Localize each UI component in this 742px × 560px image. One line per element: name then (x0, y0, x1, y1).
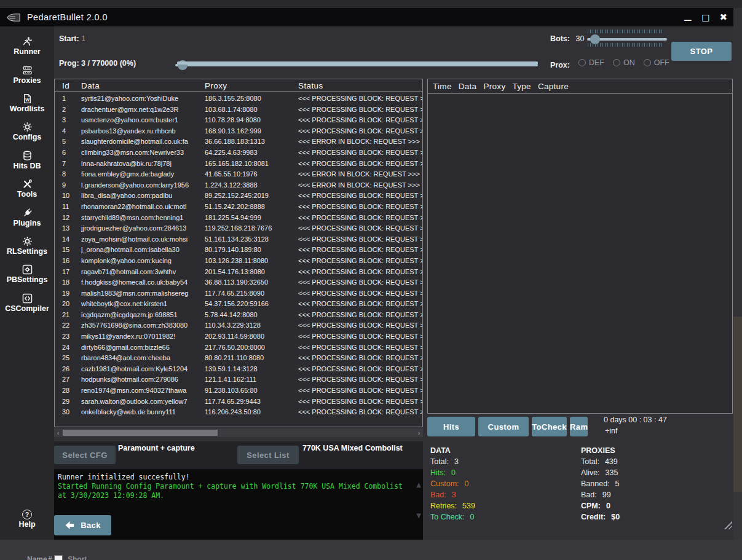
table-row[interactable]: 16 komplonk@yahoo.com:kucing 103.126.238… (55, 256, 422, 267)
cell-proxy: 1.224.3.122:3888 (205, 180, 298, 191)
cell-proxy: 41.65.55.10:1976 (205, 169, 298, 180)
table-row[interactable]: 2 drachentuer@gmx.net:q1w2e3R 103.68.1.7… (55, 105, 422, 116)
database-icon (22, 151, 33, 161)
cell-data: hodpunks@hotmail.com:279086 (81, 374, 205, 385)
sidebar-item-pbsettings[interactable]: PBSettings (0, 259, 54, 288)
table-row[interactable]: 6 climbing33@msn.com:Newriver33 64.225.4… (55, 148, 422, 159)
cell-proxy: 103.126.238.11:8080 (205, 256, 298, 267)
results-tab[interactable]: Custom (478, 417, 529, 436)
cell-id: 10 (62, 191, 81, 202)
sidebar-item-cscompiler[interactable]: CSCompiler (0, 288, 54, 317)
window-title: PedaretBullet 2.0.0 (27, 12, 108, 22)
cell-proxy: 121.1.41.162:111 (205, 374, 298, 385)
results-tab[interactable]: Ram (570, 417, 588, 436)
sidebar-item-proxies[interactable]: Proxies (0, 60, 54, 88)
hits-panel: Time Data Proxy Type Capture (427, 79, 733, 414)
select-cfg-button[interactable]: Select CFG (54, 446, 116, 464)
sidebar-item-runner[interactable]: Runner (0, 31, 54, 60)
scroll-right-icon[interactable]: › (415, 428, 423, 437)
results-tab[interactable]: Hits (427, 417, 475, 436)
column-proxy: Proxy (205, 81, 298, 90)
sidebar-item-hitsdb[interactable]: Hits DB (0, 146, 54, 174)
scroll-up-icon[interactable]: ▲ (416, 480, 421, 489)
cell-proxy: 117.74.65.29:9443 (205, 396, 298, 408)
table-row[interactable]: 1 syrtis21@yahoo.com:YoshiDuke 186.3.155… (55, 93, 422, 105)
back-button[interactable]: Back (54, 515, 111, 535)
bots-slider-ticks-top (588, 30, 664, 33)
titlebar[interactable]: PedaretBullet 2.0.0 — □ ✖ (0, 8, 733, 26)
cell-status: <<< PROCESSING BLOCK: REQUEST >>> (298, 126, 422, 137)
table-row[interactable]: 8 fiona.embley@gmx.de:baglady 41.65.55.1… (55, 169, 422, 180)
scrollbar-thumb[interactable] (63, 430, 218, 436)
stat-value: 439 (605, 457, 618, 466)
hits-column-label: Proxy (483, 82, 505, 91)
table-row[interactable]: 28 reno1974@msn.com:940327thawa 91.238.1… (55, 385, 422, 396)
cell-id: 1 (62, 93, 81, 105)
desktop-right-sliver-bottom (733, 492, 742, 540)
table-row[interactable]: 21 icgdqazm@icgdqazm.jp:698851 5.78.44.1… (55, 310, 422, 321)
table-row[interactable]: 14 zoya_mohsin@hotmail.co.uk:mohsi 51.16… (55, 234, 422, 245)
bots-value[interactable]: 30 (575, 34, 584, 43)
scroll-down-icon[interactable]: ▼ (416, 511, 421, 520)
sidebar-item-tools[interactable]: Tools (0, 174, 54, 202)
table-row[interactable]: 25 rbaron4834@aol.com:cheeba 80.80.211.1… (55, 353, 422, 364)
table-row[interactable]: 26 cazb1981@hotmail.com:Kyle51204 139.59… (55, 364, 422, 375)
close-button[interactable]: ✖ (719, 14, 727, 22)
select-list-button[interactable]: Select List (237, 446, 299, 464)
cell-data: usmctenzo@yahoo.com:buster1 (81, 115, 205, 126)
cell-status: <<< PROCESSING BLOCK: REQUEST >>> (298, 105, 422, 116)
table-row[interactable]: 30 onkelblacky@web.de:bunny111 116.206.2… (55, 407, 422, 418)
table-row[interactable]: 17 ragavb71@hotmail.com:3whthv 201.54.17… (55, 267, 422, 278)
minimize-button[interactable]: — (684, 16, 692, 24)
horizontal-scrollbar[interactable]: ‹ › (54, 428, 423, 437)
table-row[interactable]: 29 sarah.walton@outlook.com:yellow7 117.… (55, 396, 422, 408)
cell-id: 25 (62, 353, 81, 364)
runner-icon (22, 36, 33, 47)
proxy-mode-option[interactable]: DEF (578, 58, 604, 67)
cell-proxy: 64.225.4.63:9983 (205, 148, 298, 159)
resize-grip[interactable] (723, 520, 732, 529)
stat-value: 3 (452, 491, 456, 499)
table-row[interactable]: 11 rhonamoran22@hotmail.co.uk:motl 51.15… (55, 202, 422, 213)
stat-value: 5 (615, 479, 620, 488)
table-row[interactable]: 12 starrychild89@msn.com:henning1 181.22… (55, 213, 422, 224)
table-row[interactable]: 10 libra_disa@yahoo.com:padibu 89.252.15… (55, 191, 422, 202)
cell-status: <<< PROCESSING BLOCK: REQUEST >>> (298, 213, 422, 224)
sidebar-item-plugins[interactable]: Plugins (0, 202, 54, 231)
table-row[interactable]: 13 jjrodriguezher@yahoo.com:284613 119.2… (55, 223, 422, 234)
background-text-fragment: Name (27, 555, 47, 560)
cell-data: starrychild89@msn.com:henning1 (81, 213, 205, 224)
table-row[interactable]: 4 psbarbos13@yandex.ru:rhbcnb 168.90.13.… (55, 126, 422, 137)
sidebar-item-help[interactable]: ? Help (0, 510, 54, 529)
proxy-mode-option[interactable]: ON (613, 58, 635, 67)
cell-status: <<< PROCESSING BLOCK: REQUEST >>> (298, 234, 422, 245)
cell-id: 21 (62, 310, 81, 321)
proxy-mode-label: Prox: (550, 61, 570, 69)
table-row[interactable]: 19 malish1983@msn.com:malishsereg 117.74… (55, 288, 422, 299)
table-row[interactable]: 7 inna-nakhratova@bk.ru:78j78j 165.165.1… (55, 159, 422, 170)
background-checkbox[interactable] (54, 555, 63, 560)
table-row[interactable]: 22 zh357761698@sina.com:zh383080 110.34.… (55, 320, 422, 331)
maximize-button[interactable]: □ (701, 14, 709, 22)
stat-label: Total: (430, 457, 449, 466)
table-row[interactable]: 15 j_orona@hotmail.com:isabella30 80.179… (55, 245, 422, 256)
table-row[interactable]: 24 dirtyb66@gmail.com:bizzle66 217.76.50… (55, 342, 422, 353)
sidebar-item-wordlists[interactable]: W Wordlists (0, 89, 54, 117)
stop-button[interactable]: STOP (671, 42, 732, 61)
scroll-left-icon[interactable]: ‹ (54, 428, 62, 437)
results-tab[interactable]: ToCheck (532, 417, 567, 436)
table-row[interactable]: 3 usmctenzo@yahoo.com:buster1 110.78.28.… (55, 115, 422, 126)
cell-data: jjrodriguezher@yahoo.com:284613 (81, 223, 205, 234)
table-row[interactable]: 5 slaughterdomicile@hotmail.co.uk:fa 36.… (55, 136, 422, 148)
table-row[interactable]: 9 l.granderson@yahoo.com:larry1956 1.224… (55, 180, 422, 191)
table-row[interactable]: 18 f.hodgkiss@homecall.co.uk:baby54 36.8… (55, 277, 422, 288)
table-row[interactable]: 27 hodpunks@hotmail.com:279086 121.1.41.… (55, 374, 422, 385)
sidebar-item-configs[interactable]: Configs (0, 117, 54, 145)
sidebar-item-rlsettings[interactable]: RLSettings (0, 231, 54, 259)
proxy-mode-option[interactable]: OFF (644, 58, 669, 67)
table-row[interactable]: 20 whiteboytk@cox.net:kirsten1 54.37.156… (55, 299, 422, 310)
cell-id: 27 (62, 374, 81, 385)
table-row[interactable]: 23 mikys11@yandex.ru:07011982! 202.93.11… (55, 331, 422, 342)
start-value[interactable]: 1 (81, 34, 85, 43)
cell-status: <<< PROCESSING BLOCK: REQUEST >>> (298, 256, 422, 267)
